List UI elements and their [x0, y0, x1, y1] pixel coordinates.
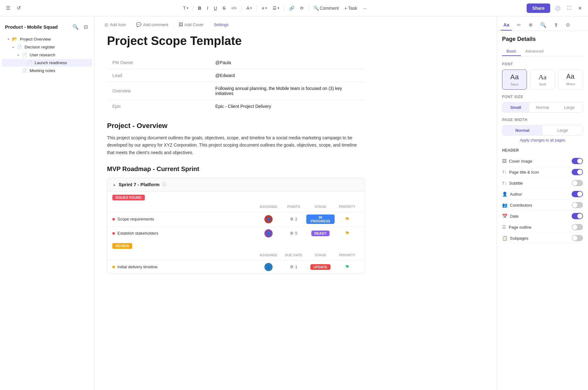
- strikethrough-button[interactable]: S: [220, 4, 228, 12]
- sidebar-item-label-meeting: Meeting notes: [30, 68, 55, 73]
- toggle-label-subpages: 📋 Subpages: [502, 236, 529, 241]
- rp-advanced-tab[interactable]: Advanced: [521, 47, 548, 56]
- undo-button[interactable]: ↺: [14, 3, 23, 13]
- toggle-row-contributors: 👥 Contributors: [502, 200, 583, 211]
- rp-basic-advanced-tabs: Basic Advanced: [502, 47, 583, 56]
- add-cover-button[interactable]: 🖼 Add Cover: [176, 21, 206, 28]
- size-option-normal[interactable]: Normal: [529, 103, 556, 112]
- list-button[interactable]: ☰ ▾: [270, 4, 281, 12]
- close-button[interactable]: ✕: [576, 4, 584, 12]
- toggle-page-title[interactable]: [572, 169, 583, 175]
- toggle-author[interactable]: [572, 191, 583, 197]
- sidebar-search-button[interactable]: 🔍: [71, 23, 80, 31]
- points-val-review-0: 1: [295, 265, 297, 269]
- expand-arrow-decision: ▸: [11, 45, 16, 49]
- underline-button[interactable]: U: [212, 4, 219, 12]
- share-button[interactable]: Share: [527, 3, 550, 13]
- rp-tab-layout[interactable]: ❋: [526, 20, 535, 31]
- right-panel-title: Page Details: [502, 36, 583, 42]
- rp-tab-paint[interactable]: ✏: [514, 20, 523, 31]
- sprint-group-review: REVIEW ASSIGNEE DUE DATE STAGE PRIORITY …: [107, 240, 365, 274]
- avatar-1: 👤: [264, 229, 273, 237]
- toggle-contributors[interactable]: [572, 202, 583, 208]
- rp-tab-export[interactable]: ⬆: [551, 20, 561, 31]
- font-option-sans[interactable]: Aa Sans: [502, 70, 527, 90]
- toggle-text-cover: Cover image: [509, 159, 532, 164]
- link-button[interactable]: 🔗: [287, 4, 297, 12]
- comment-search-icon: 🔍: [314, 6, 319, 11]
- apply-changes-link[interactable]: Apply changes to all pages: [502, 138, 583, 142]
- settings-button[interactable]: Settings: [211, 21, 231, 28]
- bold-button[interactable]: B: [196, 4, 203, 12]
- sprint-box: ▲ Sprint 7 - Platform ⓘ ISSUES FOUND ASS…: [107, 178, 365, 274]
- sidebar-item-project-overview[interactable]: ▾ 📂 Project Overview: [2, 35, 92, 43]
- task-button[interactable]: + Task: [342, 4, 359, 12]
- sprint-col-name: [112, 203, 256, 210]
- fullscreen-button[interactable]: ⛶: [565, 4, 574, 12]
- more-icon: ···: [363, 6, 367, 11]
- font-color-arrow: ▾: [250, 6, 252, 10]
- comment-label: Comment: [320, 6, 339, 11]
- toggle-row-author: 👤 Author: [502, 189, 583, 200]
- sprint-priority-0: ⚑: [335, 216, 360, 222]
- right-panel-body: Page Details Basic Advanced Font Aa Sans…: [497, 31, 588, 390]
- toggle-date[interactable]: [572, 213, 583, 219]
- toggle-subtitle[interactable]: [572, 180, 583, 186]
- rp-tab-settings[interactable]: ⚙: [563, 20, 573, 31]
- toggle-page-outline[interactable]: [572, 224, 583, 230]
- width-option-normal[interactable]: Normal: [502, 125, 543, 135]
- table-key-3: Epic: [107, 100, 211, 113]
- toggle-subpages[interactable]: [572, 235, 583, 241]
- history-button[interactable]: 🕐: [553, 4, 563, 12]
- toggle-text-subpages: Subpages: [510, 236, 529, 241]
- sprint-points-0: ⚙ 2: [281, 217, 306, 221]
- table-row: Epic Epic - Client Project Delivery: [107, 100, 365, 113]
- toolbar-left: ☰ ↺: [4, 3, 23, 13]
- rp-basic-tab[interactable]: Basic: [502, 47, 521, 56]
- width-option-large[interactable]: Large: [543, 125, 583, 135]
- rp-tab-text[interactable]: Aa: [501, 20, 512, 31]
- sidebar-item-launch-readiness[interactable]: 📄 Launch readiness: [2, 59, 92, 67]
- add-comment-button[interactable]: 💬 Add comment: [133, 21, 171, 28]
- sprint-cols-issues: ASSIGNEE POINTS STAGE PRIORITY: [107, 202, 365, 212]
- sidebar-header: Product - Mobile Squad 🔍 ⊟: [0, 20, 94, 35]
- text-style-arrow: ▾: [187, 6, 188, 10]
- size-option-small[interactable]: Small: [502, 103, 529, 112]
- toggle-slider-date: [572, 213, 583, 219]
- priority-flag-review-0: ⚑: [345, 264, 349, 270]
- priority-dot-red-0: [112, 218, 115, 220]
- italic-button[interactable]: I: [205, 4, 210, 12]
- more-button[interactable]: ···: [361, 4, 369, 12]
- doc-toolbar: ◎ Add Icon 💬 Add comment 🖼 Add Cover Set…: [94, 16, 497, 31]
- document-title: Project Scope Template: [107, 34, 365, 48]
- toolbar-separator-5: [308, 5, 309, 11]
- toolbar-separator-2: [241, 5, 242, 11]
- sprint-stage-0: IN PROGRESS: [306, 214, 335, 224]
- add-icon-label: Add Icon: [110, 22, 126, 27]
- document-content: ◎ Add Icon 💬 Add comment 🖼 Add Cover Set…: [94, 16, 497, 390]
- text-style-icon: Aa: [503, 22, 509, 27]
- font-option-serif[interactable]: Aa Serif: [530, 70, 555, 90]
- sprint-name: Sprint 7 - Platform: [119, 182, 160, 187]
- font-option-mono[interactable]: Aa Mono: [558, 70, 583, 90]
- text-style-button[interactable]: T ▾: [181, 4, 191, 12]
- toggle-cover-image[interactable]: [572, 158, 583, 164]
- sidebar-collapse-button[interactable]: ⊟: [82, 23, 89, 31]
- sidebar-item-user-research[interactable]: ▸ 📄 User research: [2, 51, 92, 59]
- size-option-large[interactable]: Large: [556, 103, 583, 112]
- rp-tab-search[interactable]: 🔍: [538, 20, 549, 31]
- comment-button[interactable]: 🔍 Comment: [311, 4, 341, 12]
- code-button[interactable]: </>: [229, 4, 239, 12]
- menu-button[interactable]: ☰: [4, 3, 13, 13]
- add-icon-button[interactable]: ◎ Add Icon: [102, 21, 128, 28]
- font-color-button[interactable]: A ▾: [244, 4, 254, 12]
- sidebar-item-decision-register[interactable]: ▸ 📄 Decision register: [2, 43, 92, 51]
- loop-button[interactable]: ⟳: [298, 4, 306, 12]
- author-icon: 👤: [502, 192, 507, 197]
- sidebar-item-meeting-notes[interactable]: 📄 Meeting notes: [2, 67, 92, 75]
- menu-icon: ☰: [6, 5, 10, 11]
- sprint-col-duedate-r: DUE DATE: [281, 251, 306, 259]
- layout-icon: ❋: [529, 22, 533, 28]
- align-button[interactable]: ≡ ▾: [259, 4, 269, 12]
- priority-dot-red-1: [112, 232, 115, 235]
